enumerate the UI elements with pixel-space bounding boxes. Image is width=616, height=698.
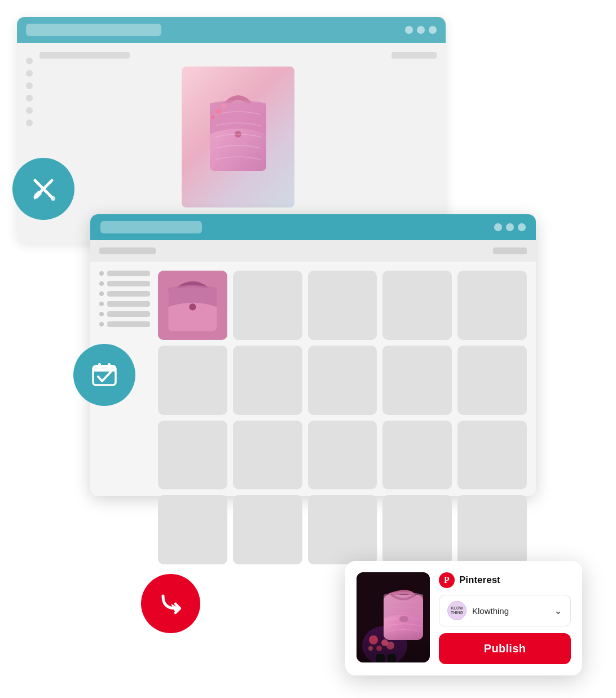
fg-browser-address-bar <box>100 221 202 233</box>
grid-cell-12 <box>233 421 302 490</box>
fg-nav-line-3 <box>107 291 150 297</box>
publish-card-inner: P Pinterest KLOW THING Klowthing ⌄ Publi… <box>357 572 571 664</box>
grid-cell-18 <box>308 495 377 564</box>
grid-cell-11 <box>158 421 227 490</box>
fg-toolbar <box>90 240 536 262</box>
svg-rect-14 <box>93 369 116 372</box>
svg-point-11 <box>51 196 55 201</box>
svg-point-3 <box>215 109 221 114</box>
fg-minimize-btn <box>506 223 514 231</box>
fg-close-btn <box>494 223 502 231</box>
grid-cell-8 <box>308 346 377 415</box>
fg-sidebar-nav <box>99 271 150 564</box>
grid-cell-20 <box>457 495 527 564</box>
fg-nav-line-4 <box>107 301 150 307</box>
fg-nav-dot-4 <box>99 302 104 306</box>
bg-minimize-btn <box>417 26 425 34</box>
grid-cell-17 <box>233 495 302 564</box>
fg-nav-dot-2 <box>99 281 104 286</box>
account-avatar-text: KLOW THING <box>448 606 466 615</box>
publish-icon-svg <box>155 588 187 620</box>
fg-nav-line-1 <box>107 271 150 276</box>
bg-sidebar-dot-3 <box>26 82 33 89</box>
fg-nav-item-4 <box>99 301 150 307</box>
fg-nav-line-2 <box>107 281 150 286</box>
bg-sidebar-dot-1 <box>26 58 33 64</box>
background-browser-window <box>17 17 446 242</box>
pin-thumbnail-overlay <box>357 629 430 662</box>
bg-top-bar <box>39 52 437 59</box>
publish-icon-circle <box>141 574 200 633</box>
bg-content-col <box>39 52 437 207</box>
fg-maximize-btn <box>518 223 526 231</box>
pinterest-platform-name: Pinterest <box>459 575 500 586</box>
design-icon-circle <box>12 158 74 220</box>
card-right-content: P Pinterest KLOW THING Klowthing ⌄ Publi… <box>439 572 571 664</box>
svg-rect-15 <box>98 363 101 369</box>
grid-cell-bag <box>158 271 227 340</box>
calendar-icon-svg <box>88 359 121 391</box>
foreground-browser-window <box>90 214 536 496</box>
account-avatar: KLOW THING <box>447 601 467 620</box>
svg-rect-26 <box>399 616 408 622</box>
bg-bag-image <box>182 67 294 207</box>
bg-sidebar-dot-5 <box>26 107 33 114</box>
bg-maximize-btn <box>429 26 437 34</box>
account-selector[interactable]: KLOW THING Klowthing ⌄ <box>439 595 571 626</box>
grid-cell-5 <box>457 271 527 340</box>
grid-cell-14 <box>382 421 452 490</box>
grid-cell-6 <box>158 346 227 415</box>
fg-nav-line-5 <box>107 311 150 317</box>
fg-nav-item-3 <box>99 291 150 297</box>
grid-bag-svg <box>158 271 227 340</box>
grid-cell-3 <box>308 271 377 340</box>
bg-browser-window-buttons <box>405 26 437 34</box>
bg-sidebar-dot-6 <box>26 120 33 126</box>
grid-cell-15 <box>457 421 527 490</box>
pinterest-header: P Pinterest <box>439 572 571 588</box>
fg-main-area <box>90 262 536 573</box>
svg-point-5 <box>211 116 214 119</box>
fg-nav-item-6 <box>99 321 150 327</box>
fg-browser-window-buttons <box>494 223 526 231</box>
pinterest-logo-letter: P <box>444 575 450 585</box>
grid-cell-16 <box>158 495 227 564</box>
grid-cell-13 <box>308 421 377 490</box>
svg-point-4 <box>222 104 226 108</box>
design-icon-svg <box>27 173 60 205</box>
fg-nav-dot-3 <box>99 291 104 296</box>
svg-rect-16 <box>108 363 111 369</box>
bg-browser-titlebar <box>17 17 446 43</box>
fg-nav-dot-1 <box>99 271 104 276</box>
grid-cell-10 <box>457 346 527 415</box>
calendar-icon-circle <box>73 344 135 406</box>
toolbar-stub-1 <box>99 248 156 254</box>
fg-nav-item-5 <box>99 311 150 317</box>
grid-cell-19 <box>382 495 452 564</box>
grid-cell-9 <box>382 346 452 415</box>
fg-nav-item-2 <box>99 281 150 286</box>
publish-button[interactable]: Publish <box>439 633 571 664</box>
fg-browser-titlebar <box>90 214 536 240</box>
bg-bar-stub-1 <box>39 52 130 59</box>
fg-nav-dot-6 <box>99 322 104 326</box>
bg-bar-stub-2 <box>391 52 437 59</box>
publish-card: P Pinterest KLOW THING Klowthing ⌄ Publi… <box>345 561 582 675</box>
fg-nav-item-1 <box>99 271 150 276</box>
grid-cell-7 <box>233 346 302 415</box>
fg-nav-line-6 <box>107 321 150 327</box>
grid-cell-2 <box>233 271 302 340</box>
bg-browser-address-bar <box>26 24 161 36</box>
svg-point-8 <box>189 303 196 310</box>
toolbar-stub-2 <box>493 248 527 254</box>
fg-photo-grid <box>158 271 527 564</box>
pin-thumbnail <box>357 572 430 662</box>
bg-close-btn <box>405 26 413 34</box>
pinterest-logo: P <box>439 572 455 588</box>
grid-cell-4 <box>382 271 452 340</box>
chevron-down-icon: ⌄ <box>554 604 562 617</box>
bg-sidebar-dot-2 <box>26 70 33 77</box>
bag-illustration-bg <box>199 81 278 193</box>
account-left: KLOW THING Klowthing <box>447 601 509 620</box>
bg-sidebar-dot-4 <box>26 95 33 101</box>
